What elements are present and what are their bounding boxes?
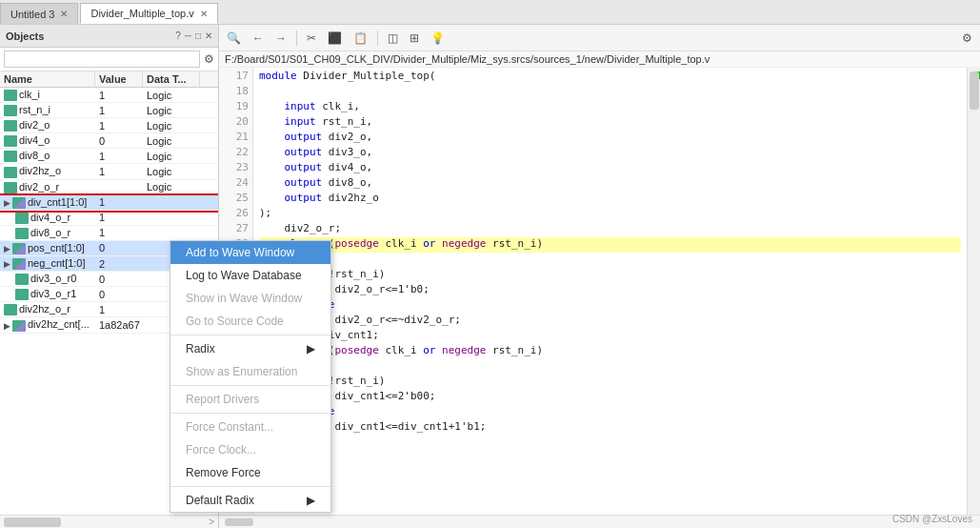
code-line: div2_o_r; — [259, 222, 961, 237]
ctx-show-as-enum: Show as Enumeration — [170, 360, 330, 383]
row-value: 0 — [95, 241, 143, 254]
code-area[interactable]: module Divider_Multiple_top( input clk_i… — [253, 68, 967, 515]
table-row[interactable]: div4_o_r 1 — [0, 211, 218, 226]
code-line: if(!rst_n_i) — [259, 268, 961, 283]
tab-close-untitled3[interactable]: ✕ — [60, 9, 68, 19]
row-name: clk_i — [0, 88, 95, 102]
editor-scrollbar[interactable] — [967, 68, 980, 515]
help-btn[interactable]: ? — [175, 30, 181, 41]
code-line: div2_o_r<=~div2_o_r; — [259, 314, 961, 329]
row-dtype: Logic — [143, 150, 200, 163]
code-line: [1:0] div_cnt1; — [259, 329, 961, 344]
editor-settings-icon[interactable]: ⚙ — [960, 30, 974, 46]
row-value: 1 — [95, 89, 143, 102]
table-row[interactable]: clk_i 1 Logic — [0, 88, 218, 103]
line-number: 20 — [219, 115, 252, 131]
panel-controls: ? ─ □ ✕ — [175, 30, 212, 41]
search-input[interactable] — [4, 51, 200, 68]
ctx-radix[interactable]: Radix ▶ — [170, 337, 330, 360]
row-dtype: Logic — [143, 104, 200, 117]
scroll-thumb-h — [4, 518, 61, 527]
col-value: Value — [95, 71, 143, 87]
row-value: 1 — [95, 226, 143, 239]
copy-icon[interactable]: ⬛ — [326, 30, 344, 46]
table-row[interactable]: div8_o 1 Logic — [0, 149, 218, 164]
ctx-log-to-wave[interactable]: Log to Wave Database — [170, 264, 330, 287]
tab-label-active: Divider_Multiple_top.v — [90, 8, 193, 19]
row-name: div8_o_r — [0, 226, 95, 240]
row-dtype — [143, 232, 200, 234]
table-row-selected[interactable]: ▶div_cnt1[1:0] 1 — [0, 195, 218, 211]
line-number: 27 — [219, 222, 252, 237]
row-value: 1 — [95, 119, 143, 132]
watermark: CSDN @ZxsLoves — [892, 514, 972, 524]
code-line: div_cnt1<=2'b00; — [259, 390, 961, 405]
code-line: module Divider_Multiple_top( — [259, 70, 961, 85]
table-row[interactable]: div2_o 1 Logic — [0, 118, 218, 133]
row-value — [95, 186, 143, 188]
code-line-highlighted: always@(posedge clk_i or negedge rst_n_i… — [259, 237, 961, 253]
row-value: 0 — [95, 288, 143, 301]
line-number: 23 — [219, 161, 252, 176]
row-dtype: Logic — [143, 180, 200, 193]
code-line: output div8_o, — [259, 176, 961, 192]
line-number: 26 — [219, 207, 252, 222]
row-dtype: Logic — [143, 165, 200, 178]
tab-untitled3[interactable]: Untitled 3 ✕ — [0, 3, 78, 24]
restore-btn[interactable]: □ — [195, 30, 201, 41]
search-icon[interactable]: 🔍 — [225, 30, 243, 46]
horizontal-scrollbar[interactable]: > — [0, 515, 218, 528]
table-row[interactable]: div2_o_r Logic — [0, 180, 218, 195]
row-value: 1 — [95, 104, 143, 117]
code-line: if(!rst_n_i) — [259, 375, 961, 390]
table-row[interactable]: rst_n_i 1 Logic — [0, 103, 218, 118]
close-panel-btn[interactable]: ✕ — [205, 30, 212, 41]
panel-title: Objects — [6, 30, 44, 42]
cut-icon[interactable]: ✂ — [305, 30, 318, 46]
ctx-sep-4 — [170, 486, 330, 487]
search-bar: ⚙ — [0, 48, 218, 71]
ctx-default-radix[interactable]: Default Radix ▶ — [170, 489, 330, 512]
table-row[interactable]: div2hz_o 1 Logic — [0, 164, 218, 179]
ctx-report-drivers: Report Drivers — [170, 388, 330, 411]
line-number: 18 — [219, 85, 252, 100]
ctx-radix-label: Radix — [186, 342, 215, 355]
ctx-remove-force[interactable]: Remove Force — [170, 461, 330, 484]
code-line: in — [259, 359, 961, 375]
lightbulb-icon[interactable]: 💡 — [429, 30, 447, 46]
code-line: else — [259, 405, 961, 420]
table-row[interactable]: div8_o_r 1 — [0, 226, 218, 241]
code-line: always@(posedge clk_i or negedge rst_n_i… — [259, 344, 961, 359]
back-icon[interactable]: ← — [250, 30, 266, 46]
row-name: div4_o_r — [0, 211, 95, 225]
editor-toolbar: 🔍 ← → ✂ ⬛ 📋 ◫ ⊞ 💡 ⚙ — [219, 25, 980, 51]
ctx-add-to-wave[interactable]: Add to Wave Window — [170, 241, 330, 264]
forward-icon[interactable]: → — [273, 30, 289, 46]
minimize-btn[interactable]: ─ — [185, 30, 191, 41]
tab-close-divider[interactable]: ✕ — [200, 9, 208, 19]
code-line — [259, 451, 961, 466]
bookmark-icon[interactable]: ◫ — [386, 30, 400, 46]
columns-icon[interactable]: ⊞ — [408, 30, 421, 46]
row-name: div8_o — [0, 149, 95, 163]
ctx-go-to-source: Go to Source Code — [170, 310, 330, 333]
row-value: 0 — [95, 273, 143, 286]
settings-icon[interactable]: ⚙ — [204, 52, 214, 66]
row-name: div3_o_r1 — [0, 287, 95, 301]
code-line: input clk_i, — [259, 100, 961, 115]
toolbar-separator — [296, 30, 297, 46]
scroll-thumb[interactable] — [970, 71, 979, 110]
line-number: 24 — [219, 176, 252, 192]
table-row[interactable]: div4_o 0 Logic — [0, 133, 218, 149]
tab-divider-multiple[interactable]: Divider_Multiple_top.v ✕ — [80, 3, 217, 24]
paste-icon[interactable]: 📋 — [351, 30, 370, 46]
row-value: 1a82a67 — [95, 318, 143, 332]
row-name: ▶div2hz_cnt[... — [0, 317, 95, 332]
tab-label: Untitled 3 — [10, 9, 54, 20]
row-name: div2_o_r — [0, 180, 95, 194]
h-scroll-editor[interactable] — [225, 518, 974, 526]
row-name: div2_o — [0, 118, 95, 132]
row-value: 2 — [95, 257, 143, 271]
row-value: 1 — [95, 195, 143, 209]
line-number: 19 — [219, 100, 252, 115]
